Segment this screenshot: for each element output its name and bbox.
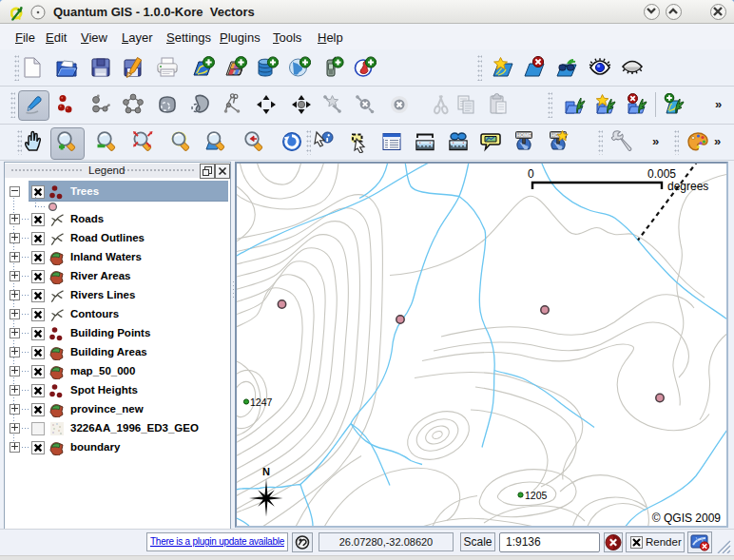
svg-text:© QGIS 2009: © QGIS 2009 (652, 512, 722, 525)
svg-text:0: 0 (528, 167, 534, 181)
svg-text:N: N (262, 466, 270, 477)
svg-text:0.005: 0.005 (647, 167, 676, 181)
svg-text:1205: 1205 (525, 490, 548, 501)
svg-text:degrees: degrees (667, 180, 708, 193)
svg-text:HOME: HOME (516, 132, 531, 138)
svg-text:1247: 1247 (250, 396, 273, 408)
